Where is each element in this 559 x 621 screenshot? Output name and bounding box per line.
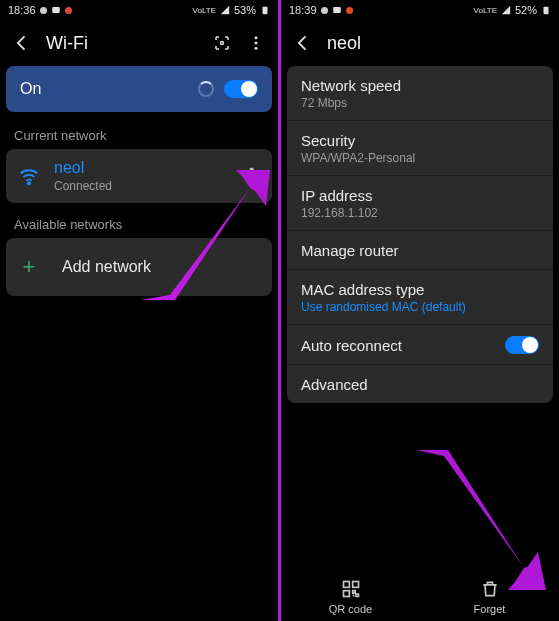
svg-point-5 [255,47,258,50]
bottom-action-bar: QR code Forget [281,579,559,621]
network-status: Connected [54,179,226,193]
svg-point-2 [221,42,224,45]
mac-address-item[interactable]: MAC address type Use randomised MAC (def… [287,269,553,324]
signal-icon [220,5,230,15]
svg-point-4 [255,42,258,45]
status-time: 18:36 [8,4,36,16]
advanced-item[interactable]: Advanced [287,364,553,403]
manage-router-item[interactable]: Manage router [287,230,553,269]
current-network-label: Current network [0,122,278,149]
current-network-row[interactable]: neol Connected [6,149,272,203]
qr-code-button[interactable]: QR code [281,579,420,615]
svg-rect-0 [52,7,60,13]
recording-dot-icon [346,7,353,14]
battery-icon [260,5,270,15]
svg-point-6 [28,182,30,184]
image-icon [51,5,61,15]
svg-rect-13 [343,591,349,597]
add-network-row[interactable]: + Add network [6,238,272,296]
status-time: 18:39 [289,4,317,16]
signal-icon [501,5,511,15]
scan-icon[interactable] [212,33,232,53]
page-title: neol [327,33,547,54]
wifi-master-toggle[interactable]: On [6,66,272,112]
more-icon[interactable] [246,33,266,53]
network-detail-screen: 18:39 VoLTE 52% neol Network speed 72 [281,0,559,621]
image-icon [332,5,342,15]
wifi-settings-screen: 18:36 VoLTE 53% Wi-Fi [0,0,281,621]
security-item[interactable]: Security WPA/WPA2-Personal [287,120,553,175]
recording-dot-icon [65,7,72,14]
loading-spinner-icon [198,81,214,97]
svg-rect-1 [263,7,268,15]
svg-rect-10 [544,7,549,15]
status-bar: 18:39 VoLTE 52% [281,0,559,20]
page-title: Wi-Fi [46,33,198,54]
svg-point-3 [255,36,258,39]
back-icon[interactable] [293,33,313,53]
wifi-signal-icon [18,165,40,187]
qr-code-label: QR code [329,603,372,615]
network-speed-item[interactable]: Network speed 72 Mbps [287,66,553,120]
battery-text: 53% [234,4,256,16]
header: neol [281,20,559,66]
battery-text: 52% [515,4,537,16]
forget-button[interactable]: Forget [420,579,559,615]
network-name: neol [54,159,226,177]
svg-marker-14 [416,450,540,590]
header: Wi-Fi [0,20,278,66]
notification-dot-icon [321,7,328,14]
trash-icon [480,579,500,599]
svg-rect-12 [352,582,358,588]
available-networks-label: Available networks [0,211,278,238]
svg-rect-11 [343,582,349,588]
plus-icon: + [18,254,40,280]
add-network-label: Add network [62,258,151,276]
notification-dot-icon [40,7,47,14]
svg-rect-9 [333,7,341,13]
switch-icon[interactable] [224,80,258,98]
status-bar: 18:36 VoLTE 53% [0,0,278,20]
forget-label: Forget [474,603,506,615]
qr-code-icon [341,579,361,599]
gear-icon[interactable] [240,166,260,186]
volte-icon: VoLTE [474,6,497,15]
volte-icon: VoLTE [193,6,216,15]
switch-icon[interactable] [505,336,539,354]
auto-reconnect-item[interactable]: Auto reconnect [287,324,553,364]
wifi-toggle-label: On [20,80,41,98]
back-icon[interactable] [12,33,32,53]
battery-icon [541,5,551,15]
ip-address-item[interactable]: IP address 192.168.1.102 [287,175,553,230]
